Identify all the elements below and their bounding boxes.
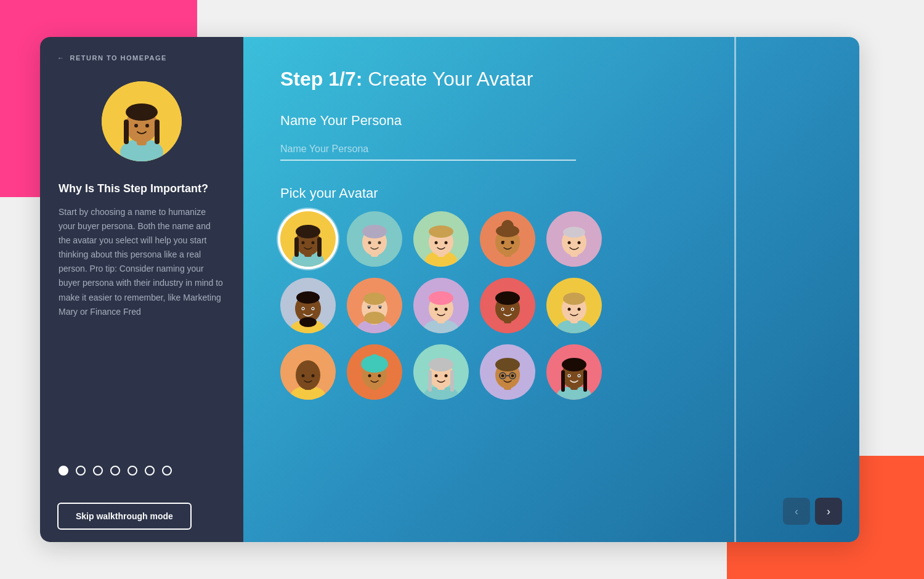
svg-point-112 [511, 375, 514, 378]
svg-rect-5 [124, 119, 129, 144]
sidebar-avatar [102, 81, 182, 161]
svg-point-47 [296, 291, 320, 304]
svg-point-107 [495, 358, 520, 371]
svg-point-26 [429, 225, 453, 238]
avatar-item[interactable] [280, 344, 336, 400]
avatar-item[interactable] [347, 344, 402, 400]
svg-point-80 [568, 308, 571, 311]
svg-point-86 [312, 375, 315, 378]
vertical-divider [734, 37, 736, 542]
skip-walkthrough-button[interactable]: Skip walkthrough mode [57, 503, 192, 530]
svg-point-15 [302, 241, 305, 245]
svg-point-111 [501, 375, 505, 378]
svg-point-81 [578, 308, 581, 311]
svg-point-41 [563, 227, 585, 238]
avatar-item[interactable] [546, 278, 602, 333]
svg-point-57 [364, 312, 385, 324]
return-to-homepage-button[interactable]: ← RETURN TO HOMEPAGE [40, 37, 184, 62]
svg-point-16 [312, 241, 315, 245]
svg-rect-60 [367, 306, 371, 307]
svg-point-56 [363, 293, 386, 305]
persona-name-input[interactable] [280, 139, 576, 161]
dot-7[interactable] [162, 466, 172, 476]
svg-rect-101 [450, 370, 454, 392]
avatar-item[interactable] [546, 344, 602, 400]
sidebar: ← RETURN TO HOMEPAGE [40, 37, 243, 542]
svg-point-102 [435, 375, 438, 378]
dot-3[interactable] [93, 466, 103, 476]
avatar-item[interactable] [413, 278, 469, 333]
svg-point-122 [578, 375, 580, 376]
svg-rect-37 [511, 241, 514, 242]
dot-5[interactable] [128, 466, 137, 476]
svg-point-27 [435, 241, 438, 245]
main-content: Step 1/7: Create Your Avatar Name Your P… [243, 37, 859, 542]
main-card: ← RETURN TO HOMEPAGE [40, 37, 859, 542]
persona-section-label: Name Your Persona [280, 113, 822, 129]
sidebar-avatar-section [40, 62, 243, 176]
svg-point-84 [296, 360, 320, 390]
svg-point-51 [302, 308, 304, 309]
prev-button[interactable]: ‹ [783, 498, 810, 525]
dot-4[interactable] [110, 466, 120, 476]
svg-point-71 [495, 291, 520, 305]
svg-point-22 [378, 241, 381, 245]
dot-2[interactable] [76, 466, 86, 476]
svg-rect-118 [583, 370, 587, 392]
svg-point-48 [299, 317, 317, 327]
avatar-item[interactable] [546, 211, 602, 267]
avatar-item[interactable] [480, 278, 535, 333]
svg-point-75 [512, 309, 513, 310]
avatar-section-label: Pick your Avatar [280, 185, 822, 201]
next-button[interactable]: › [815, 498, 842, 525]
dot-1[interactable] [59, 466, 68, 476]
svg-rect-14 [317, 237, 322, 257]
svg-rect-13 [294, 237, 299, 257]
svg-point-52 [312, 308, 314, 309]
sidebar-title: Why Is This Step Important? [59, 182, 225, 195]
step-number: Step 1/7: [280, 68, 362, 90]
svg-point-74 [502, 309, 503, 310]
svg-point-116 [562, 358, 586, 371]
step-dots [40, 466, 190, 476]
svg-rect-100 [428, 370, 432, 392]
avatar-item[interactable] [480, 211, 535, 267]
avatar-item[interactable] [480, 344, 535, 400]
svg-rect-6 [155, 119, 160, 144]
svg-point-94 [368, 375, 371, 378]
svg-rect-61 [378, 306, 382, 307]
svg-point-65 [429, 291, 453, 305]
svg-point-85 [302, 375, 305, 378]
svg-point-99 [429, 358, 453, 371]
svg-point-4 [126, 103, 158, 121]
step-title: Step 1/7: Create Your Avatar [280, 68, 822, 91]
svg-point-33 [501, 220, 514, 232]
svg-point-103 [445, 375, 448, 378]
svg-point-66 [435, 308, 438, 311]
svg-point-93 [378, 359, 386, 366]
avatar-item[interactable] [347, 278, 402, 333]
avatar-item[interactable] [413, 344, 469, 400]
svg-point-7 [134, 124, 138, 128]
nav-arrows: ‹ › [783, 498, 842, 525]
avatar-item[interactable] [280, 211, 336, 267]
avatar-grid [280, 211, 822, 400]
sidebar-content: Why Is This Step Important? Start by cho… [40, 176, 243, 331]
return-label: RETURN TO HOMEPAGE [70, 54, 167, 62]
dot-6[interactable] [145, 466, 155, 476]
svg-point-43 [578, 241, 581, 245]
svg-point-21 [368, 241, 371, 245]
avatar-item[interactable] [413, 211, 469, 267]
svg-point-42 [568, 241, 571, 245]
avatar-item[interactable] [347, 211, 402, 267]
svg-point-28 [445, 241, 448, 245]
svg-rect-36 [501, 241, 505, 242]
back-arrow-icon: ← [57, 54, 65, 62]
svg-point-95 [378, 375, 381, 378]
svg-rect-117 [561, 370, 565, 392]
step-name: Create Your Avatar [368, 68, 533, 90]
svg-point-121 [569, 375, 570, 376]
svg-point-91 [370, 354, 379, 364]
avatar-item[interactable] [280, 278, 336, 333]
svg-point-20 [362, 225, 387, 238]
